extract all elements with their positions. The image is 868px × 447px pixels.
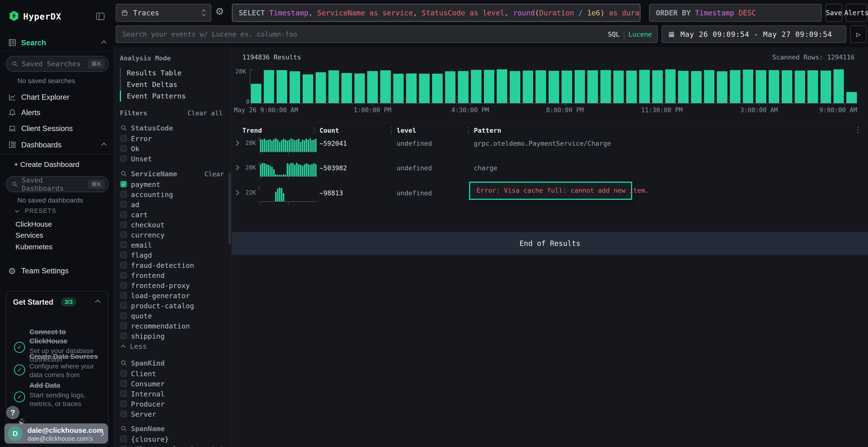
- histogram-bar[interactable]: [458, 71, 468, 103]
- checkbox[interactable]: [120, 135, 127, 142]
- filter-option-currency[interactable]: currency: [120, 230, 226, 240]
- histogram-bar[interactable]: [769, 70, 779, 103]
- checkbox[interactable]: [120, 390, 127, 397]
- pattern-row[interactable]: 28K ~503982 undefined charge: [232, 161, 868, 185]
- highlighted-error-pattern[interactable]: Error: Visa cache full: cannot add new i…: [469, 182, 632, 200]
- results-histogram[interactable]: [251, 69, 857, 103]
- clear-filter-button[interactable]: Clear: [205, 170, 224, 178]
- histogram-bar[interactable]: [834, 69, 844, 103]
- histogram-bar[interactable]: [717, 71, 727, 103]
- sidebar-item-client-sessions[interactable]: Client Sessions: [0, 124, 113, 134]
- get-started-step[interactable]: ✓ Add Data Start sending logs, metrics, …: [6, 380, 108, 418]
- checkbox[interactable]: [120, 145, 127, 152]
- histogram-bar[interactable]: [289, 71, 300, 103]
- histogram-bar[interactable]: [341, 73, 352, 103]
- event-search-input[interactable]: Search your events w/ Lucene ex. column:…: [116, 26, 658, 43]
- histogram-bar[interactable]: [432, 74, 443, 103]
- sidebar-item-search[interactable]: Search: [0, 38, 113, 49]
- filter-option-frontend[interactable]: frontend: [120, 271, 226, 281]
- expand-row-chevron-icon[interactable]: [235, 189, 240, 196]
- expand-row-chevron-icon[interactable]: [235, 164, 240, 171]
- histogram-bar[interactable]: [393, 74, 404, 103]
- analysis-option-event-deltas[interactable]: Event Deltas: [120, 79, 207, 90]
- filter-option-internal[interactable]: Internal: [120, 389, 226, 399]
- checkbox[interactable]: [120, 312, 127, 319]
- sidebar-item-chart-explorer[interactable]: Chart Explorer: [0, 93, 113, 103]
- checkbox[interactable]: [120, 446, 127, 447]
- filter-option--flagd-evaluation-v1-se-[interactable]: /flagd.evaluation.v1.Se…: [120, 444, 226, 447]
- histogram-bar[interactable]: [795, 71, 805, 103]
- checkbox[interactable]: [120, 252, 127, 258]
- filter-option-accounting[interactable]: accounting: [120, 190, 226, 200]
- filter-option-recommendation[interactable]: recommendation: [120, 321, 226, 331]
- histogram-bar[interactable]: [510, 71, 520, 103]
- histogram-bar[interactable]: [277, 70, 287, 103]
- saved-searches-input[interactable]: Saved Searches ⌘K: [6, 56, 108, 72]
- histogram-bar[interactable]: [756, 70, 766, 103]
- histogram-bar[interactable]: [406, 73, 416, 103]
- column-resize-handle[interactable]: ⋮: [465, 126, 472, 134]
- filter-option-email[interactable]: email: [120, 240, 226, 250]
- checkbox[interactable]: [120, 282, 127, 288]
- checkbox[interactable]: [120, 333, 127, 339]
- histogram-bar[interactable]: [782, 70, 792, 103]
- pattern-row[interactable]: 22K ~98813 undefined Error: Visa cache f…: [232, 186, 868, 210]
- clear-all-filters-button[interactable]: Clear all: [188, 109, 223, 117]
- filter-option-consumer[interactable]: Consumer: [120, 379, 226, 389]
- checkbox[interactable]: [120, 380, 127, 387]
- checkbox[interactable]: [120, 221, 127, 228]
- checkbox[interactable]: [120, 232, 127, 238]
- presets-toggle[interactable]: PRESETS: [14, 207, 56, 214]
- checkbox[interactable]: [120, 201, 127, 208]
- show-less-toggle[interactable]: Less: [120, 341, 226, 352]
- histogram-bar[interactable]: [652, 70, 663, 103]
- column-header-level[interactable]: level: [397, 127, 416, 134]
- chevron-up-icon[interactable]: [94, 299, 101, 303]
- histogram-bar[interactable]: [523, 71, 533, 103]
- orderby-clause-input[interactable]: ORDER BY Timestamp DESC: [649, 4, 822, 22]
- filter-option-checkout[interactable]: checkout: [120, 220, 226, 230]
- checkbox[interactable]: [120, 370, 127, 377]
- source-select[interactable]: Traces: [116, 4, 211, 22]
- column-header-count[interactable]: Count: [319, 127, 339, 134]
- filter-panel-scrollbar[interactable]: [228, 172, 231, 245]
- histogram-bar[interactable]: [704, 70, 715, 103]
- alerts-button[interactable]: Alerts: [846, 4, 867, 22]
- help-button[interactable]: ?: [6, 406, 20, 419]
- checkbox[interactable]: [120, 156, 127, 162]
- analysis-option-event-patterns[interactable]: Event Patterns: [120, 91, 207, 102]
- preset-kubernetes[interactable]: Kubernetes: [16, 243, 52, 251]
- histogram-bar[interactable]: [367, 71, 378, 103]
- histogram-bar[interactable]: [665, 69, 676, 103]
- query-language-toggle[interactable]: SQL|Lucene: [608, 31, 652, 38]
- histogram-bar[interactable]: [807, 70, 818, 103]
- histogram-bar[interactable]: [354, 73, 365, 103]
- filter-option-cart[interactable]: cart: [120, 210, 226, 220]
- checkbox[interactable]: [120, 401, 127, 407]
- histogram-bar[interactable]: [303, 74, 313, 103]
- preset-clickhouse[interactable]: ClickHouse: [16, 220, 52, 228]
- histogram-bar[interactable]: [251, 84, 261, 103]
- histogram-bar[interactable]: [820, 71, 831, 103]
- preset-services[interactable]: Services: [16, 231, 43, 239]
- checkbox[interactable]: [120, 211, 127, 218]
- table-options-kebab-icon[interactable]: ⋮: [854, 125, 862, 134]
- filter-option-flagd[interactable]: flagd: [120, 250, 226, 260]
- source-settings-gear-icon[interactable]: ⚙: [215, 6, 224, 17]
- filter-option-ad[interactable]: ad: [120, 200, 226, 210]
- sidebar-item-dashboards[interactable]: Dashboards: [0, 140, 113, 151]
- histogram-bar[interactable]: [846, 92, 857, 103]
- checkbox[interactable]: [120, 262, 127, 268]
- histogram-bar[interactable]: [380, 70, 391, 103]
- histogram-bar[interactable]: [535, 70, 546, 103]
- filter-option-shipping[interactable]: shipping: [120, 331, 226, 341]
- checkbox[interactable]: [120, 411, 127, 417]
- checkbox[interactable]: [120, 292, 127, 299]
- filter-option-quote[interactable]: quote: [120, 311, 226, 321]
- checkbox[interactable]: [120, 242, 127, 248]
- filter-option--closure-[interactable]: {closure}: [120, 434, 226, 444]
- create-dashboard-button[interactable]: + Create Dashboard: [14, 161, 79, 169]
- time-range-picker[interactable]: May 26 09:09:54 - May 27 09:09:54: [661, 26, 846, 43]
- histogram-bar[interactable]: [484, 70, 495, 103]
- filter-option-frontend-proxy[interactable]: frontend-proxy: [120, 281, 226, 291]
